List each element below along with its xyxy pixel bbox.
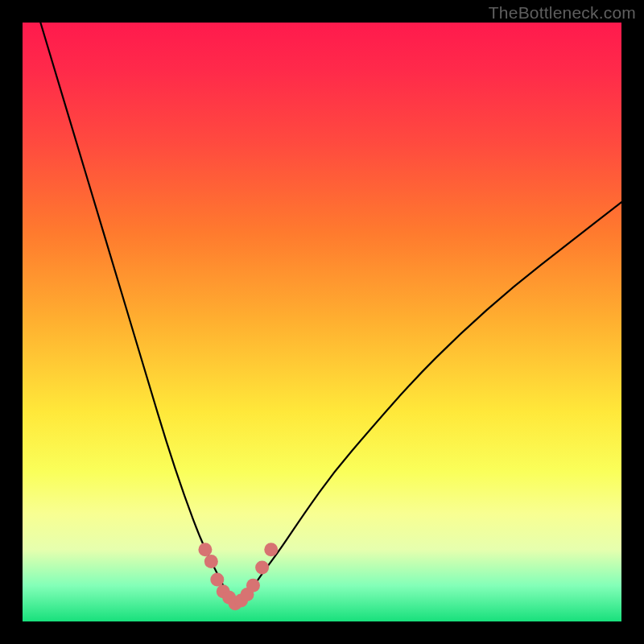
valley-dot <box>210 572 224 586</box>
plot-area <box>23 23 621 621</box>
curve-right <box>238 202 621 603</box>
chart-overlay <box>23 23 621 621</box>
valley-dot <box>246 579 260 592</box>
valley-dot <box>198 543 212 556</box>
valley-dots <box>198 543 278 610</box>
watermark-text: TheBottleneck.com <box>489 3 636 23</box>
valley-dot <box>204 555 218 568</box>
curve-left <box>40 23 238 604</box>
valley-dot <box>264 543 278 556</box>
valley-dot <box>255 561 269 575</box>
chart-frame: TheBottleneck.com <box>0 0 644 644</box>
